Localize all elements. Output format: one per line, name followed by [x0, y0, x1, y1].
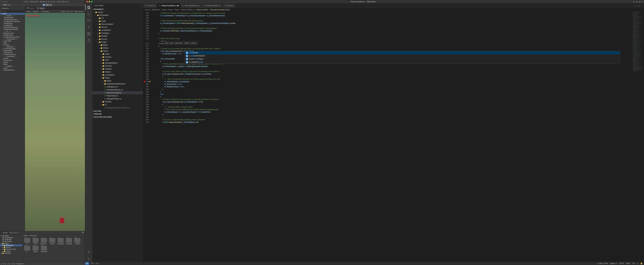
project-folder[interactable]: Packages	[66, 238, 72, 245]
editor-tabs[interactable]: C#StartUI.csC#PlayerController.csC#Mirro…	[143, 3, 644, 8]
hierarchy-node[interactable]: ▸CameraRig	[0, 40, 25, 42]
hierarchy-node[interactable]: DeathVolume	[0, 52, 25, 53]
hierarchy-node[interactable]: ▸Skybox	[0, 57, 25, 59]
run-icon[interactable]: ▷	[636, 5, 637, 7]
project-folder[interactable]: Document...	[40, 238, 48, 245]
hierarchy-node[interactable]: GlobalShaderSettings	[0, 28, 25, 30]
folder-node[interactable]: ▾📁Assets	[92, 11, 143, 14]
aspect-dropdown[interactable]: Free Aspect	[41, 10, 50, 12]
breadcrumb-item[interactable]: Assets	[145, 9, 150, 10]
breadcrumb-item[interactable]: PlayerController.cs	[181, 9, 194, 10]
problems-warnings[interactable]: ⚠ 0	[96, 263, 98, 265]
hierarchy-search[interactable]	[2, 10, 25, 12]
breadcrumb[interactable]: Assets›3DGamekit›Scripts›Game›Player›Pla…	[143, 8, 644, 11]
project-folder[interactable]: Gizmos	[49, 238, 56, 245]
account-menu[interactable]: JE ▾	[2, 4, 8, 6]
hierarchy-node[interactable]: Level01Audio	[0, 24, 25, 26]
hierarchy-node[interactable]: ▸Lights	[0, 67, 25, 69]
hierarchy-menu[interactable]: ⋮	[22, 7, 24, 9]
editor-tab[interactable]: C#StartUI.cs	[143, 3, 157, 8]
editor-tab[interactable]: C#PlayerController.cs	[157, 3, 180, 8]
folder-node[interactable]: ▸📁Enemies	[92, 64, 143, 67]
explorer-icon[interactable]	[85, 4, 92, 10]
folder-node[interactable]: ▸📁DamageSystem	[92, 61, 143, 64]
editor-tab[interactable]: C#RuntimeUtilities.cs	[201, 3, 222, 8]
pause-button[interactable]: ❚❚	[46, 4, 49, 6]
hierarchy-node[interactable]: ▸Enemies	[0, 44, 25, 46]
hierarchy-node[interactable]: ▸Level01Sequences	[0, 53, 25, 55]
project-tree-node[interactable]: ▸ 📁Assets	[0, 243, 22, 245]
hierarchy-node[interactable]: ----- Lighting -----	[0, 65, 25, 67]
hierarchy-node[interactable]: ▸Level01Gameplay	[0, 48, 25, 50]
scene-tab[interactable]: 🎬 Scene	[26, 7, 35, 9]
editor-tab[interactable]: C#Bloom.cs	[222, 3, 236, 8]
folder-node[interactable]: ▸📁Timeline	[92, 100, 143, 103]
hierarchy-node[interactable]: ▸Destructibles	[0, 50, 25, 52]
project-folder[interactable]: Scripts	[32, 246, 39, 252]
project-tree[interactable]: ★Favorites🔍All Materials🔍All Models🔍All …	[0, 235, 23, 262]
breadcrumb-item[interactable]: Game	[168, 9, 173, 10]
eol[interactable]: CRLF	[626, 263, 630, 265]
game-view[interactable]: ❤❤❤❤❤	[25, 13, 85, 231]
file-node[interactable]: C#Checkpoint.cs	[92, 85, 143, 88]
remote-indicator[interactable]: ⚡	[85, 262, 89, 265]
project-folder[interactable]: Prefabs	[74, 238, 81, 245]
hierarchy-node[interactable]: ▸ShadowBlockers	[0, 69, 25, 71]
project-folder[interactable]: TutorialInfo	[40, 246, 48, 252]
file-node[interactable]: C#DialogueCanvasController.cs	[92, 106, 143, 109]
suggestion-item[interactable]: ▢emoteJumpPlayer	[185, 57, 620, 61]
hierarchy-node[interactable]: ----- Gameplay -----	[0, 46, 25, 48]
file-tree[interactable]: ▾📁Assets▾📁3DGamekit▸📁Art▸📁Audio▸📁Documen…	[92, 11, 143, 109]
notifications-icon[interactable]: 🔔	[640, 263, 642, 265]
problems-errors[interactable]: ⓧ 0	[91, 262, 94, 265]
file-node[interactable]: C#PlayerInput.cs	[92, 94, 143, 97]
hierarchy-node[interactable]: ▸Environment	[0, 59, 25, 61]
folder-node[interactable]: ▾📁Game	[92, 49, 143, 52]
folder-node[interactable]: ▸📁Localization	[92, 29, 143, 32]
intellisense-popup[interactable]: ▢jumpSpeed▢k_JumpAbortSpeed▢emoteJumpPla…	[184, 51, 620, 64]
layout-bottom-icon[interactable]: ⬓	[636, 1, 638, 3]
workspace-root[interactable]: 3DGAMEKIT	[94, 8, 104, 10]
minimap[interactable]	[632, 11, 644, 262]
folder-node[interactable]: ▸📁Art	[92, 17, 143, 20]
folder-node[interactable]: ▸📁Effects	[92, 46, 143, 49]
folder-node[interactable]: ▸📁Gizmos	[92, 26, 143, 29]
folder-node[interactable]: ▸📁Audio	[92, 52, 143, 55]
project-tree-node[interactable]: ▸ 📁Gizmos	[0, 246, 22, 248]
more-icon[interactable]: ⋯	[641, 5, 643, 7]
folder-node[interactable]: ▸📁Documentation	[92, 23, 143, 26]
file-node[interactable]: C#PlayerController.cs	[92, 91, 143, 94]
code-content[interactable]: // Determine change to speed based on wh…	[150, 11, 632, 262]
folder-node[interactable]: ▸📁Localization	[92, 73, 143, 76]
breadcrumb-item[interactable]: Player	[174, 9, 179, 10]
outline-section[interactable]: OUTLINE	[94, 110, 101, 112]
timeline-section[interactable]: TIMELINE	[94, 113, 102, 115]
scm-icon[interactable]	[85, 17, 92, 23]
hierarchy-node[interactable]: ▸Level01InformationZone	[0, 36, 25, 38]
project-folder[interactable]: Audio	[32, 238, 39, 245]
hierarchy-node[interactable]: ----- UI -----	[0, 30, 25, 32]
file-node[interactable]: C#RespawnPlayer.cs	[92, 97, 143, 100]
hierarchy-node[interactable]: ▾Level1	[0, 13, 25, 15]
project-tree-node[interactable]: ▸ 📁Packages	[0, 252, 22, 254]
layout-right-icon[interactable]: ◨	[639, 1, 640, 3]
step-button[interactable]: ▶|	[49, 4, 52, 6]
console-tab[interactable]: ▣ Console	[9, 232, 19, 234]
game-tab[interactable]: 🎮 Game	[36, 7, 45, 9]
play-button[interactable]: ▶	[42, 4, 46, 6]
project-tree-node[interactable]: ★Favorites	[0, 235, 22, 237]
project-grid[interactable]: ArtAudioDocument...GizmosLocalizationPac…	[23, 237, 85, 262]
hierarchy-node[interactable]: ▸Ellen	[0, 42, 25, 44]
hierarchy-node[interactable]: Level01PostProcessVolu	[0, 20, 25, 22]
cloud-icon[interactable]: ☁	[8, 4, 10, 6]
editor-tab[interactable]: C#MirrorReflection.cs	[180, 3, 201, 8]
testing-icon[interactable]	[85, 37, 92, 43]
folder-node[interactable]: ▸📁Helpers	[92, 70, 143, 73]
debug-icon[interactable]	[85, 24, 92, 30]
play-focused-dropdown[interactable]: Play Focused	[74, 10, 84, 12]
project-tree-node[interactable]: 🔍All Prefabs	[0, 241, 22, 243]
project-tree-node[interactable]: ▸ 📁3DGamekit	[0, 245, 22, 246]
folder-node[interactable]: ▸📁Packages	[92, 32, 143, 35]
hierarchy-node[interactable]: ----- System -----	[0, 15, 25, 17]
folder-node[interactable]: ▾📁3DGamekit	[92, 14, 143, 17]
